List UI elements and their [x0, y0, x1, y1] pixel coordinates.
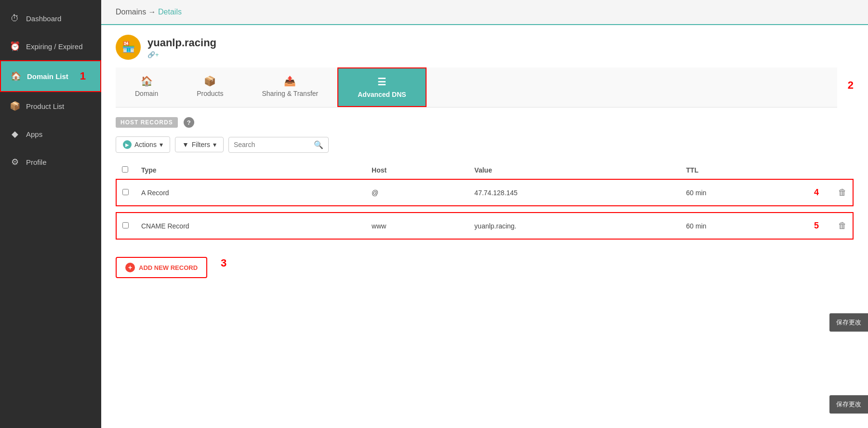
clock-icon: ⏰ — [10, 41, 20, 52]
col-host: Host — [366, 161, 468, 179]
home-icon: 🏠 — [11, 71, 21, 81]
add-record-label: ADD NEW RECORD — [139, 264, 198, 271]
annotation-1: 1 — [80, 70, 86, 82]
record-value-2: yuanlp.racing. — [468, 213, 680, 239]
annotation-3: 3 — [221, 257, 227, 269]
search-box[interactable]: 🔍 — [228, 137, 329, 153]
sidebar: ⏱ Dashboard ⏰ Expiring / Expired 🏠 Domai… — [0, 0, 101, 428]
add-new-record-button[interactable]: + ADD NEW RECORD — [116, 257, 207, 278]
domain-info: 🏪 yuanlp.racing 🔗+ — [116, 35, 854, 67]
actions-button[interactable]: ▶ Actions ▾ — [116, 136, 170, 153]
domain-header: 🏪 yuanlp.racing 🔗+ 🏠 Domain 📦 Products 📤 — [101, 25, 868, 107]
annotation-2: 2 — [843, 67, 854, 107]
dashboard-icon: ⏱ — [10, 13, 20, 24]
tab-advanced-dns-label: Advanced DNS — [358, 91, 406, 98]
record-value-1: 47.74.128.145 — [468, 179, 680, 206]
col-type: Type — [135, 161, 366, 179]
record-ttl-1: 60 min — [681, 179, 803, 206]
domain-details: yuanlp.racing 🔗+ — [147, 37, 216, 58]
search-icon: 🔍 — [314, 140, 323, 149]
separator-row — [116, 206, 853, 213]
filter-icon: ▼ — [182, 141, 189, 148]
sidebar-item-product-list[interactable]: 📦 Product List — [0, 92, 101, 120]
domain-tab-icon: 🏠 — [141, 75, 153, 87]
products-tab-icon: 📦 — [204, 75, 216, 87]
actions-chevron: ▾ — [160, 141, 163, 148]
record-ttl-2: 60 min — [681, 213, 803, 239]
delete-record-1[interactable]: 🗑 — [838, 187, 847, 197]
sidebar-item-profile[interactable]: ⚙ Profile — [0, 148, 101, 176]
dns-table: Type Host Value TTL A Record @ 47.74.128… — [116, 161, 854, 240]
sharing-tab-icon: 📤 — [284, 75, 296, 87]
host-records-bar: HOST RECORDS ? — [116, 117, 854, 128]
sidebar-item-apps[interactable]: ◆ Apps — [0, 120, 101, 148]
toolbar: ▶ Actions ▾ ▼ Filters ▾ 🔍 — [116, 136, 854, 153]
sidebar-item-label: Domain List — [27, 72, 68, 80]
sidebar-item-dashboard[interactable]: ⏱ Dashboard — [0, 5, 101, 32]
search-input[interactable] — [234, 141, 311, 148]
annotation-5: 5 — [809, 221, 819, 230]
content-area: HOST RECORDS ? ▶ Actions ▾ ▼ Filters ▾ 🔍 — [101, 107, 868, 428]
select-all-checkbox[interactable] — [122, 166, 128, 173]
actions-circle-icon: ▶ — [123, 140, 132, 149]
table-row-cname-record: CNAME Record www yuanlp.racing. 60 min 5… — [116, 213, 853, 239]
breadcrumb-parent: Domains — [116, 8, 146, 16]
col-value: Value — [468, 161, 680, 179]
filters-chevron: ▾ — [213, 141, 216, 148]
delete-record-2[interactable]: 🗑 — [838, 221, 847, 230]
tab-advanced-dns[interactable]: ☰ Advanced DNS — [337, 67, 426, 107]
record-host-1: @ — [366, 179, 468, 206]
gear-icon: ⚙ — [10, 157, 20, 167]
domain-name: yuanlp.racing — [147, 37, 216, 49]
tab-products[interactable]: 📦 Products — [177, 67, 242, 107]
filters-button[interactable]: ▼ Filters ▾ — [175, 137, 224, 152]
sidebar-item-label: Apps — [26, 130, 42, 138]
tab-sharing-label: Sharing & Transfer — [262, 90, 319, 97]
plus-icon: + — [125, 263, 135, 272]
tab-domain[interactable]: 🏠 Domain — [116, 67, 177, 107]
breadcrumb-current: Details — [158, 8, 182, 16]
breadcrumb: Domains → Details — [101, 0, 868, 25]
record-type-1: A Record — [135, 179, 366, 206]
sidebar-item-label: Dashboard — [26, 14, 61, 23]
host-records-badge: HOST RECORDS — [116, 117, 178, 128]
table-row-a-record: A Record @ 47.74.128.145 60 min 4 🗑 — [116, 179, 853, 206]
filters-label: Filters — [192, 141, 210, 148]
sidebar-item-label: Product List — [26, 102, 64, 110]
row-checkbox-1[interactable] — [122, 189, 129, 195]
sidebar-item-expiring[interactable]: ⏰ Expiring / Expired — [0, 32, 101, 60]
breadcrumb-arrow: → — [148, 8, 158, 16]
save-button-2[interactable]: 保存更改 — [829, 395, 868, 414]
tabs: 🏠 Domain 📦 Products 📤 Sharing & Transfer… — [116, 67, 837, 107]
domain-icon-row: 🔗+ — [147, 51, 216, 58]
dns-tab-icon: ☰ — [377, 76, 386, 88]
actions-label: Actions — [134, 141, 157, 148]
domain-avatar: 🏪 — [116, 35, 141, 60]
record-type-2: CNAME Record — [135, 213, 366, 239]
tab-domain-label: Domain — [135, 90, 158, 97]
record-host-2: www — [366, 213, 468, 239]
row-checkbox-2[interactable] — [122, 222, 129, 228]
col-ttl: TTL — [681, 161, 803, 179]
sidebar-item-label: Expiring / Expired — [26, 42, 83, 51]
sidebar-item-label: Profile — [26, 158, 47, 166]
sidebar-item-domain-list[interactable]: 🏠 Domain List 1 — [0, 60, 101, 92]
apps-icon: ◆ — [10, 129, 20, 139]
avatar-icon: 🏪 — [122, 41, 135, 54]
help-icon[interactable]: ? — [184, 117, 194, 128]
save-button-1[interactable]: 保存更改 — [829, 313, 868, 332]
main-content: Domains → Details 🏪 yuanlp.racing 🔗+ 🏠 D… — [101, 0, 868, 428]
tab-sharing[interactable]: 📤 Sharing & Transfer — [243, 67, 338, 107]
tab-products-label: Products — [197, 90, 223, 97]
box-icon: 📦 — [10, 101, 20, 111]
annotation-4: 4 — [809, 187, 819, 197]
